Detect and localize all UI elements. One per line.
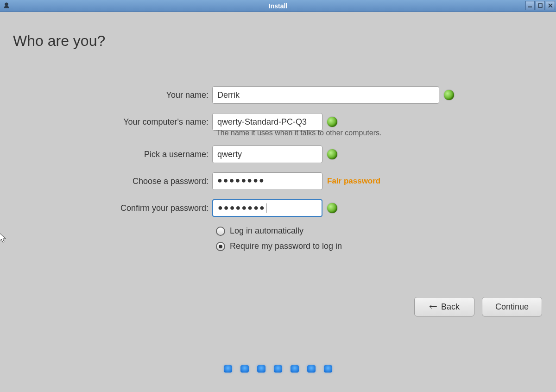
password-row: Choose a password: ●●●●●●●● Fair passwor…	[0, 172, 556, 190]
username-label: Pick a username:	[0, 150, 212, 159]
progress-dot	[291, 365, 299, 373]
password-strength-label: Fair password	[327, 177, 380, 186]
button-label: Continue	[495, 302, 529, 312]
name-input[interactable]	[212, 86, 439, 104]
name-row: Your name:	[0, 86, 556, 104]
button-label: Back	[441, 302, 460, 312]
radio-label: Log in automatically	[230, 226, 303, 236]
login-auto-option[interactable]: Log in automatically	[216, 226, 556, 236]
hostname-hint: The name it uses when it talks to other …	[216, 129, 556, 137]
continue-button[interactable]: Continue	[482, 297, 542, 316]
confirm-password-input[interactable]: ●●●●●●●●	[212, 199, 322, 217]
window-title: Install	[0, 2, 556, 10]
progress-dot	[307, 365, 316, 373]
arrow-left-icon: 🡐	[429, 302, 437, 312]
radio-icon	[216, 227, 225, 236]
back-button[interactable]: 🡐 Back	[414, 297, 474, 316]
titlebar: Install	[0, 0, 556, 12]
name-label: Your name:	[0, 90, 212, 100]
app-icon	[2, 1, 11, 11]
progress-dot	[274, 365, 282, 373]
maximize-button[interactable]	[536, 1, 545, 10]
page-title: Who are you?	[13, 32, 105, 50]
progress-dot	[257, 365, 265, 373]
check-icon	[444, 90, 454, 100]
svg-rect-1	[538, 4, 542, 7]
progress-dot	[324, 365, 332, 373]
username-input[interactable]	[212, 145, 322, 163]
password-label: Choose a password:	[0, 177, 212, 186]
check-icon	[327, 149, 337, 159]
hostname-label: Your computer's name:	[0, 117, 212, 127]
check-icon	[327, 203, 337, 213]
close-button[interactable]	[546, 1, 555, 10]
user-form: Your name: Your computer's name: The nam…	[0, 86, 556, 257]
login-require-option[interactable]: Require my password to log in	[216, 241, 556, 251]
username-row: Pick a username:	[0, 145, 556, 163]
installer-page: Who are you? Your name: Your computer's …	[0, 12, 556, 392]
hostname-input[interactable]	[212, 113, 322, 131]
minimize-button[interactable]	[525, 1, 535, 10]
hostname-row: Your computer's name:	[0, 113, 556, 131]
progress-dot	[240, 365, 249, 373]
login-options: Log in automatically Require my password…	[216, 226, 556, 251]
svg-rect-0	[528, 6, 532, 7]
progress-indicator	[0, 365, 556, 373]
progress-dot	[224, 365, 232, 373]
confirm-row: Confirm your password: ●●●●●●●●	[0, 199, 556, 217]
check-icon	[327, 117, 337, 127]
password-input[interactable]: ●●●●●●●●	[212, 172, 322, 190]
window-controls	[525, 1, 555, 10]
radio-icon	[216, 242, 225, 251]
radio-label: Require my password to log in	[230, 241, 342, 251]
confirm-label: Confirm your password:	[0, 203, 212, 213]
nav-buttons: 🡐 Back Continue	[414, 297, 542, 316]
